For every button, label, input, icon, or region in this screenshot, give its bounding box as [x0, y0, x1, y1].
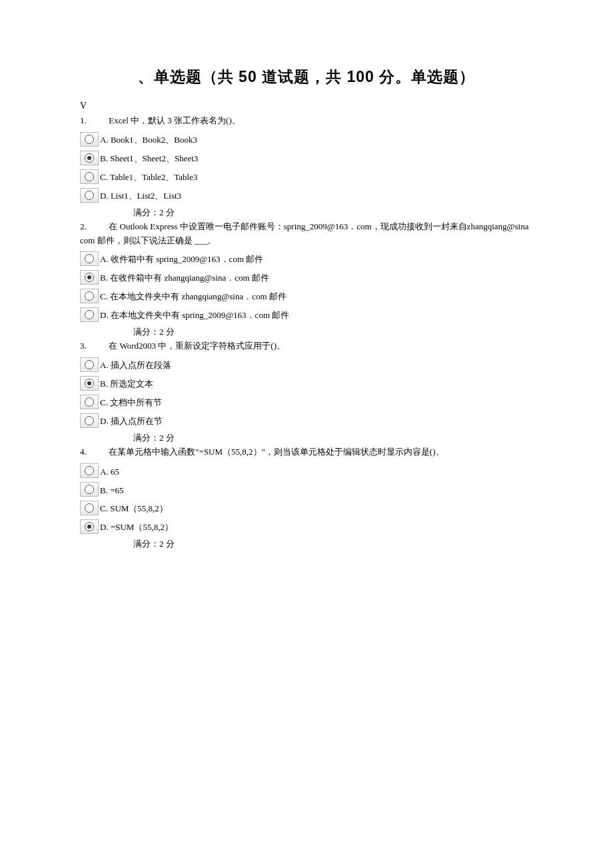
option-label: D. 在本地文件夹中有 spring_2009@163．com 邮件 [100, 309, 289, 322]
option-row[interactable]: D. =SUM（55,8,2） [80, 519, 533, 534]
option-row[interactable]: A. 插入点所在段落 [80, 357, 533, 372]
question-number: 2. [80, 220, 107, 234]
option-label: C. Table1、Table2、Table3 [100, 171, 198, 184]
option-row[interactable]: B. Sheet1、Sheet2、Sheet3 [80, 151, 533, 165]
radio-icon[interactable] [80, 413, 99, 428]
option-label: A. Book1、Book2、Book3 [100, 134, 197, 147]
radio-icon[interactable] [80, 463, 99, 478]
option-row[interactable]: C. 在本地文件夹中有 zhangqiang@sina．com 邮件 [80, 289, 533, 303]
question-body: 在 Word2003 中，重新设定字符格式应用于()。 [109, 341, 285, 351]
question-text: 2. 在 Outlook Express 中设置唯一电子邮件账号：spring_… [80, 220, 533, 248]
option-label: A. 65 [100, 467, 119, 478]
score-line: 满分：2 分 [133, 326, 533, 338]
radio-icon[interactable] [80, 188, 99, 203]
radio-icon[interactable] [80, 376, 99, 391]
option-label: D. 插入点所在节 [100, 415, 163, 428]
question-number: 1. [80, 114, 107, 128]
radio-icon[interactable] [80, 357, 99, 372]
option-row[interactable]: A. 收件箱中有 spring_2009@163．com 邮件 [80, 251, 533, 266]
question-text: 1. Excel 中，默认 3 张工作表名为()。 [80, 114, 533, 128]
radio-icon[interactable] [80, 132, 99, 147]
page-title: 、单选题（共 50 道试题，共 100 分。单选题） [80, 67, 533, 87]
option-label: B. Sheet1、Sheet2、Sheet3 [100, 153, 198, 165]
score-line: 满分：2 分 [133, 432, 533, 444]
radio-icon[interactable] [80, 395, 99, 409]
option-label: D. List1、List2、List3 [100, 190, 181, 203]
radio-icon[interactable] [80, 482, 99, 497]
radio-icon[interactable] [80, 251, 99, 266]
option-row[interactable]: C. Table1、Table2、Table3 [80, 169, 533, 184]
option-label: B. 在收件箱中有 zhangqiang@sina．com 邮件 [100, 272, 269, 285]
radio-icon[interactable] [80, 501, 99, 515]
option-row[interactable]: B. =65 [80, 482, 533, 497]
radio-icon[interactable] [80, 169, 99, 184]
radio-icon[interactable] [80, 519, 99, 534]
option-label: C. 在本地文件夹中有 zhangqiang@sina．com 邮件 [100, 291, 287, 303]
option-row[interactable]: D. 在本地文件夹中有 spring_2009@163．com 邮件 [80, 307, 533, 322]
question-body: Excel 中，默认 3 张工作表名为()。 [109, 115, 241, 125]
question-body: 在某单元格中输入函数"=SUM（55,8,2）"，则当该单元格处于编辑状态时显示… [109, 447, 444, 457]
radio-icon[interactable] [80, 289, 99, 303]
option-label: B. =65 [100, 485, 124, 497]
question-number: 4. [80, 445, 107, 459]
option-row[interactable]: B. 所选定文本 [80, 376, 533, 391]
option-label: C. 文档中所有节 [100, 397, 162, 409]
radio-icon[interactable] [80, 270, 99, 285]
option-label: A. 插入点所在段落 [100, 359, 171, 372]
question-body: 在 Outlook Express 中设置唯一电子邮件账号：spring_200… [80, 221, 528, 245]
question-text: 4. 在某单元格中输入函数"=SUM（55,8,2）"，则当该单元格处于编辑状态… [80, 445, 533, 459]
radio-icon[interactable] [80, 151, 99, 165]
option-row[interactable]: C. SUM（55,8,2） [80, 501, 533, 515]
radio-icon[interactable] [80, 307, 99, 322]
question-number: 3. [80, 339, 107, 353]
intro-text: V [80, 101, 533, 111]
option-label: A. 收件箱中有 spring_2009@163．com 邮件 [100, 253, 263, 266]
option-row[interactable]: A. 65 [80, 463, 533, 478]
option-label: B. 所选定文本 [100, 378, 153, 391]
option-row[interactable]: D. List1、List2、List3 [80, 188, 533, 203]
option-row[interactable]: A. Book1、Book2、Book3 [80, 132, 533, 147]
option-label: D. =SUM（55,8,2） [100, 521, 173, 534]
option-row[interactable]: D. 插入点所在节 [80, 413, 533, 428]
score-line: 满分：2 分 [133, 538, 533, 550]
option-label: C. SUM（55,8,2） [100, 503, 168, 515]
question-text: 3. 在 Word2003 中，重新设定字符格式应用于()。 [80, 339, 533, 353]
option-row[interactable]: B. 在收件箱中有 zhangqiang@sina．com 邮件 [80, 270, 533, 285]
option-row[interactable]: C. 文档中所有节 [80, 395, 533, 409]
score-line: 满分：2 分 [133, 207, 533, 219]
